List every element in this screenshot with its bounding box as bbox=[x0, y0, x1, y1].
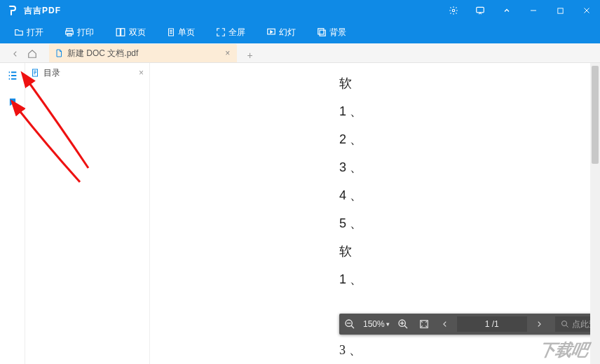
prev-page-button[interactable] bbox=[435, 314, 456, 335]
page-line: 4 、 bbox=[339, 189, 362, 202]
dual-page-button[interactable]: 双页 bbox=[109, 24, 151, 41]
side-panel-close-button[interactable]: × bbox=[139, 68, 144, 78]
page-line: 5 、 bbox=[339, 217, 362, 230]
fullscreen-button[interactable]: 全屏 bbox=[210, 24, 251, 41]
toolbar: 打开 打印 双页 单页 全屏 幻灯 背景 bbox=[0, 21, 600, 43]
maximize-button[interactable] bbox=[547, 0, 573, 21]
title-bar: 吉吉PDF bbox=[0, 0, 600, 21]
page-content: 软1 、2 、3 、4 、5 、软1 、 bbox=[339, 77, 362, 286]
single-page-button[interactable]: 单页 bbox=[161, 24, 200, 41]
side-panel: 目录 × bbox=[25, 63, 150, 364]
add-tab-button[interactable]: + bbox=[244, 48, 255, 62]
page-number-input[interactable]: 1 /1 bbox=[457, 316, 527, 332]
svg-rect-7 bbox=[121, 29, 125, 36]
page-control-bar: 150% ▾ 1 /1 点此查找文本 bbox=[339, 314, 600, 335]
page-line: 1 、 bbox=[339, 273, 362, 286]
page-line: 3 、 bbox=[339, 161, 362, 174]
svg-rect-10 bbox=[318, 29, 324, 34]
scrollbar[interactable] bbox=[590, 63, 600, 364]
page-line: 1 、 bbox=[339, 105, 362, 118]
document-icon bbox=[31, 68, 39, 78]
zoom-level[interactable]: 150% ▾ bbox=[360, 319, 393, 329]
slideshow-label: 幻灯 bbox=[279, 27, 296, 38]
bookmark-tab-icon[interactable] bbox=[4, 94, 21, 111]
outline-tab-icon[interactable] bbox=[4, 67, 21, 84]
svg-rect-6 bbox=[116, 29, 120, 36]
zoom-value: 150% bbox=[363, 319, 385, 329]
document-area: 软1 、2 、3 、4 、5 、软1 、 3 、 150% ▾ 1 /1 点此查… bbox=[150, 63, 600, 364]
watermark: 下载吧 bbox=[537, 339, 589, 361]
settings-icon[interactable] bbox=[440, 0, 467, 21]
tab-active[interactable]: 新建 DOC 文档.pdf × bbox=[49, 44, 237, 62]
search-icon bbox=[561, 320, 569, 328]
home-button[interactable] bbox=[24, 46, 41, 62]
next-page-button[interactable] bbox=[529, 314, 550, 335]
dropdown-icon: ▾ bbox=[386, 321, 390, 328]
svg-rect-1 bbox=[477, 7, 484, 13]
feedback-icon[interactable] bbox=[467, 0, 493, 21]
background-button[interactable]: 背景 bbox=[311, 24, 352, 41]
svg-rect-11 bbox=[320, 30, 325, 36]
app-title: 吉吉PDF bbox=[24, 5, 440, 17]
side-tabs bbox=[0, 63, 25, 364]
page-line: 软 bbox=[339, 77, 362, 90]
tab-label: 新建 DOC 文档.pdf bbox=[67, 48, 138, 59]
page-line: 2 、 bbox=[339, 133, 362, 146]
main: 目录 × 软1 、2 、3 、4 、5 、软1 、 3 、 150% ▾ 1 /… bbox=[0, 63, 600, 364]
side-panel-title: 目录 bbox=[43, 67, 60, 79]
file-icon bbox=[55, 48, 63, 58]
page-content-below: 3 、 bbox=[339, 342, 362, 358]
collapse-icon[interactable] bbox=[493, 0, 520, 21]
tab-close-button[interactable]: × bbox=[224, 48, 231, 58]
app-logo-icon bbox=[6, 4, 20, 18]
svg-point-0 bbox=[452, 9, 455, 12]
open-button[interactable]: 打开 bbox=[8, 24, 49, 41]
svg-rect-2 bbox=[557, 8, 562, 13]
background-label: 背景 bbox=[329, 27, 346, 38]
nav-back-button[interactable] bbox=[7, 46, 24, 62]
fullscreen-label: 全屏 bbox=[229, 27, 245, 38]
dual-page-label: 双页 bbox=[129, 27, 146, 38]
fit-page-button[interactable] bbox=[414, 314, 435, 335]
side-panel-header: 目录 × bbox=[25, 63, 149, 83]
close-button[interactable] bbox=[573, 0, 600, 21]
minimize-button[interactable] bbox=[520, 0, 547, 21]
print-label: 打印 bbox=[77, 27, 94, 38]
slideshow-button[interactable]: 幻灯 bbox=[261, 24, 301, 41]
open-label: 打开 bbox=[27, 27, 43, 38]
print-button[interactable]: 打印 bbox=[59, 24, 100, 41]
page-line: 软 bbox=[339, 245, 362, 258]
scrollbar-thumb[interactable] bbox=[592, 66, 599, 164]
svg-point-16 bbox=[561, 321, 566, 326]
zoom-out-button[interactable] bbox=[339, 314, 360, 335]
zoom-in-button[interactable] bbox=[393, 314, 414, 335]
tab-bar: 新建 DOC 文档.pdf × + bbox=[0, 43, 600, 63]
single-page-label: 单页 bbox=[178, 27, 195, 38]
